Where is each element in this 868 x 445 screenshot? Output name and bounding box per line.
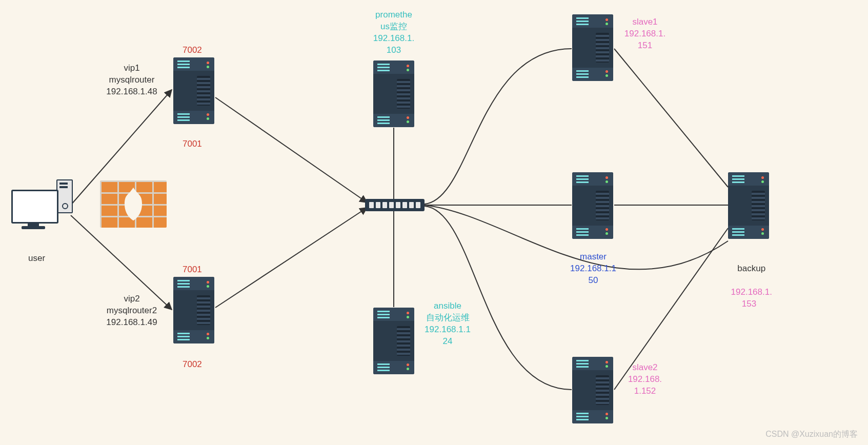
- ansible-label: ansible 自动化运维 192.168.1.1 24: [419, 300, 476, 348]
- master-server-icon: [572, 172, 613, 239]
- watermark-text: CSDN @Xuzixuan的博客: [765, 429, 858, 440]
- diagram-canvas: user 7002 7001 vip1 mysqlrouter 192.168.…: [0, 0, 868, 445]
- backup-server-icon: [728, 172, 769, 239]
- user-workstation-icon: [11, 179, 73, 231]
- prometheus-label: promethe us监控 192.168.1. 103: [362, 9, 426, 56]
- ansible-server-icon: [373, 308, 414, 374]
- router1-port-top: 7002: [183, 45, 202, 56]
- mysqlrouter1-server-icon: [173, 57, 214, 124]
- backup-ip: 192.168.1. 153: [731, 287, 772, 309]
- slave2-server-icon: [572, 357, 613, 423]
- slave1-label: slave1 192.168.1. 151: [619, 16, 671, 52]
- master-label: master 192.168.1.1 50: [563, 251, 623, 287]
- router2-port-bottom: 7002: [183, 359, 202, 371]
- router2-label: vip2 mysqlrouter2 192.168.1.49: [98, 293, 165, 329]
- user-label: user: [28, 253, 45, 265]
- router2-port-top: 7001: [183, 264, 202, 276]
- firewall-icon: [100, 180, 167, 228]
- network-switch-icon: [365, 199, 425, 211]
- backup-label: backup 192.168.1. 153: [719, 251, 779, 310]
- backup-name: backup: [737, 264, 765, 273]
- router1-label: vip1 mysqlrouter 192.168.1.48: [98, 63, 165, 98]
- slave2-label: slave2 192.168. 1.152: [619, 362, 671, 397]
- slave1-server-icon: [572, 14, 613, 81]
- prometheus-server-icon: [373, 60, 414, 127]
- router1-port-bottom: 7001: [183, 138, 202, 150]
- mysqlrouter2-server-icon: [173, 277, 214, 343]
